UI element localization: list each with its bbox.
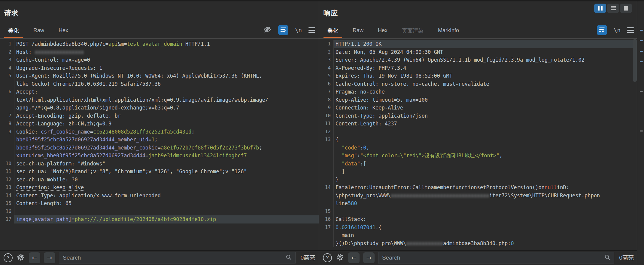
editor-line: 5Expires: Thu, 19 Nov 1981 08:52:00 GMT	[319, 72, 637, 80]
tab-5[interactable]: MarkInfo	[434, 24, 463, 38]
tab-3[interactable]: Hex	[374, 24, 391, 38]
editor-line: 6Accept:	[0, 88, 319, 96]
tab-2[interactable]: Raw	[349, 24, 367, 38]
response-search-input[interactable]	[381, 254, 601, 261]
line-number	[0, 144, 14, 152]
line-content: Cache-Control: max-age=0	[14, 56, 319, 64]
line-content: Upgrade-Insecure-Requests: 1	[14, 64, 319, 72]
settings-button[interactable]	[16, 253, 25, 263]
newline-toggle-button[interactable]: \n	[614, 27, 621, 33]
editor-line: 15Content-Length: 65	[0, 199, 319, 208]
response-scrollbar-thumb[interactable]	[633, 39, 637, 82]
line-content: sec-ch-ua-platform: "Windows"	[14, 160, 319, 168]
line-content: Content-Length: 4237	[334, 120, 637, 128]
editor-line: "data":[	[319, 160, 637, 168]
editor-line: text/html,application/xhtml+xml,applicat…	[0, 96, 319, 104]
newline-icon: \n	[295, 27, 302, 33]
editor-line: "msg":"<font color=\"red\">没有设置访问URL地址</…	[319, 152, 637, 160]
editor-line: ]	[319, 168, 637, 176]
top-right-controls	[594, 4, 632, 13]
line-content: Fatalerror:UncaughtError:Calltoamemberfu…	[334, 183, 637, 192]
line-content: Keep-Alive: timeout=5, max=100	[334, 96, 637, 104]
stop-button[interactable]	[620, 4, 632, 13]
line-number: 15	[0, 199, 14, 208]
line-content: Content-Length: 65	[14, 199, 319, 208]
tab-4[interactable]: 页面渲染	[398, 24, 427, 38]
line-number	[319, 152, 334, 160]
tab-label: 美化	[8, 27, 19, 34]
editor-line: 16CallStack:	[319, 215, 637, 223]
pause-button[interactable]	[594, 4, 606, 13]
editor-line: main	[319, 231, 637, 239]
line-content: User-Agent: Mozilla/5.0 (Windows NT 10.0…	[14, 72, 319, 80]
response-editor[interactable]: 1HTTP/1.1 200 OK2Date: Mon, 05 Aug 2024 …	[319, 39, 637, 250]
line-number: 7	[319, 88, 334, 96]
editor-line: 11sec-ch-ua: "Not/A)Brand";v="8", "Chrom…	[0, 168, 319, 176]
tab-1[interactable]: 美化	[324, 24, 342, 38]
line-number: 8	[0, 120, 14, 128]
line-number	[319, 144, 334, 152]
help-button[interactable]: ?	[4, 253, 13, 262]
response-find-bar: ? ← →	[319, 250, 637, 265]
editor-line: 13Connection: keep-alive	[0, 183, 319, 192]
editor-menu-button[interactable]	[308, 27, 315, 33]
newline-icon: \n	[614, 27, 621, 33]
next-match-button[interactable]: →	[363, 252, 375, 263]
response-tab-bar: 美化RawHex页面渲染MarkInfo \	[324, 24, 634, 38]
line-number: 6	[319, 80, 334, 88]
line-number: 9	[0, 128, 14, 136]
editor-line: 11Content-Length: 4237	[319, 120, 637, 128]
editor-line: 8Accept-Language: zh-CN,zh;q=0.9	[0, 120, 319, 128]
editor-line: 8Keep-Alive: timeout=5, max=100	[319, 96, 637, 104]
gear-icon	[16, 253, 25, 263]
help-icon: ?	[7, 255, 10, 260]
line-content: Pragma: no-cache	[334, 88, 637, 96]
search-icon	[285, 254, 292, 262]
response-search-box	[378, 252, 614, 263]
tab-3[interactable]: Hex	[55, 24, 72, 38]
line-content: like Gecko) Chrome/126.0.6301.219 Safari…	[14, 80, 319, 88]
line-content: Accept-Encoding: gzip, deflate, br	[14, 112, 319, 120]
request-tabs: 美化RawHex	[4, 24, 79, 38]
request-find-bar: ? ← →	[0, 250, 319, 265]
help-button[interactable]: ?	[323, 253, 332, 262]
line-number	[319, 168, 334, 176]
gear-icon	[336, 253, 345, 263]
line-number: 16	[319, 215, 334, 223]
next-match-button[interactable]: →	[44, 252, 55, 263]
line-content: main	[334, 231, 637, 239]
eye-off-button[interactable]	[263, 25, 272, 35]
list-button[interactable]	[607, 4, 619, 13]
tab-label: 美化	[327, 27, 338, 34]
line-content: sec-ch-ua: "Not/A)Brand";v="8", "Chromiu…	[14, 168, 319, 176]
line-content: \phpstudy_pro\WWW\xxxxxxxxxxxxxxxxxxxxxx…	[334, 192, 637, 200]
editor-line: 5User-Agent: Mozilla/5.0 (Windows NT 10.…	[0, 72, 319, 80]
request-search-input[interactable]	[62, 254, 283, 261]
request-panel: 请求 美化RawHex	[0, 1, 319, 265]
line-number: 12	[319, 128, 334, 136]
line-number: 12	[0, 176, 14, 184]
pause-icon	[598, 6, 603, 11]
response-panel: 响应 美化RawHex页面渲染MarkInfo	[319, 1, 637, 265]
tab-1[interactable]: 美化	[4, 24, 23, 38]
prev-match-button[interactable]: ←	[29, 252, 40, 263]
line-number: 6	[0, 88, 14, 96]
settings-button[interactable]	[336, 253, 345, 263]
line-number: 17	[319, 223, 334, 232]
word-wrap-button[interactable]	[278, 25, 288, 35]
line-number	[0, 104, 14, 112]
word-wrap-button[interactable]	[597, 25, 607, 35]
request-highlight-count: 0高亮	[300, 254, 315, 262]
tab-2[interactable]: Raw	[29, 24, 48, 38]
request-editor[interactable]: 1POST /adminbdae3ba8b340.php?c=api&m=tes…	[0, 39, 319, 250]
response-tabs: 美化RawHex页面渲染MarkInfo	[324, 24, 469, 38]
line-number: 4	[0, 64, 14, 72]
arrow-right-icon: →	[47, 254, 52, 261]
line-number: 15	[319, 208, 334, 216]
newline-toggle-button[interactable]: \n	[295, 27, 302, 33]
prev-match-button[interactable]: ←	[348, 252, 360, 263]
editor-line: 4X-Powered-By: PHP/7.3.4	[319, 64, 637, 72]
line-number: 1	[319, 40, 334, 48]
editor-menu-button[interactable]	[627, 27, 634, 33]
editor-line: 17image[avatar_path]=phar://./uploadfile…	[0, 215, 319, 223]
